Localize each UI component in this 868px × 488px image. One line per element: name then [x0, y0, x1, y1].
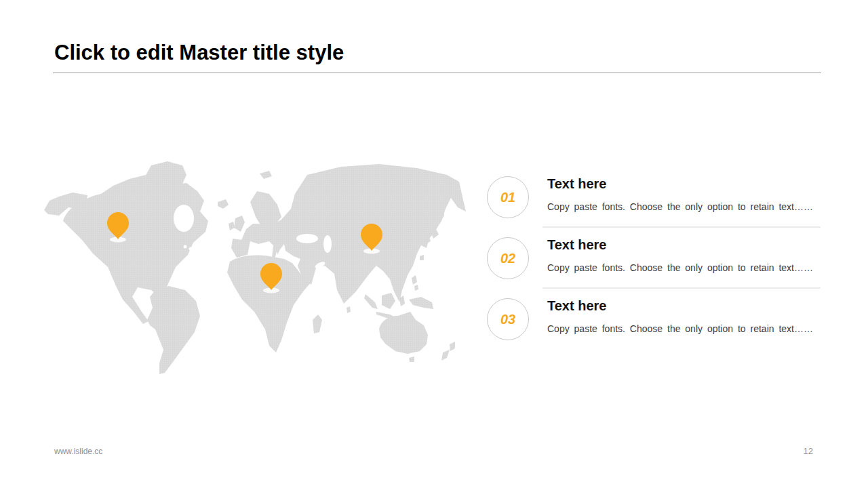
continents [44, 161, 466, 374]
list-item: 02 Text here Copy paste fonts. Choose th… [487, 237, 823, 285]
world-map [43, 159, 471, 377]
item-description: Copy paste fonts. Choose the only option… [547, 201, 813, 212]
slide: Click to edit Master title style [0, 0, 868, 488]
item-heading: Text here [547, 298, 606, 314]
list-item: 01 Text here Copy paste fonts. Choose th… [487, 176, 823, 224]
item-heading: Text here [547, 237, 606, 253]
number-label: 03 [500, 312, 515, 327]
number-label: 02 [500, 251, 515, 266]
page-title: Click to edit Master title style [54, 41, 344, 65]
number-label: 01 [500, 190, 515, 205]
item-divider [542, 287, 821, 289]
item-divider [542, 226, 821, 228]
title-underline [53, 73, 821, 73]
item-description: Copy paste fonts. Choose the only option… [547, 262, 813, 273]
number-badge: 01 [487, 176, 529, 218]
item-heading: Text here [547, 176, 606, 192]
footer-url: www.islide.cc [54, 447, 102, 456]
number-badge: 02 [487, 237, 529, 279]
list-item: 03 Text here Copy paste fonts. Choose th… [487, 298, 823, 346]
number-badge: 03 [487, 298, 529, 340]
item-description: Copy paste fonts. Choose the only option… [547, 323, 813, 334]
page-number: 12 [804, 446, 813, 456]
